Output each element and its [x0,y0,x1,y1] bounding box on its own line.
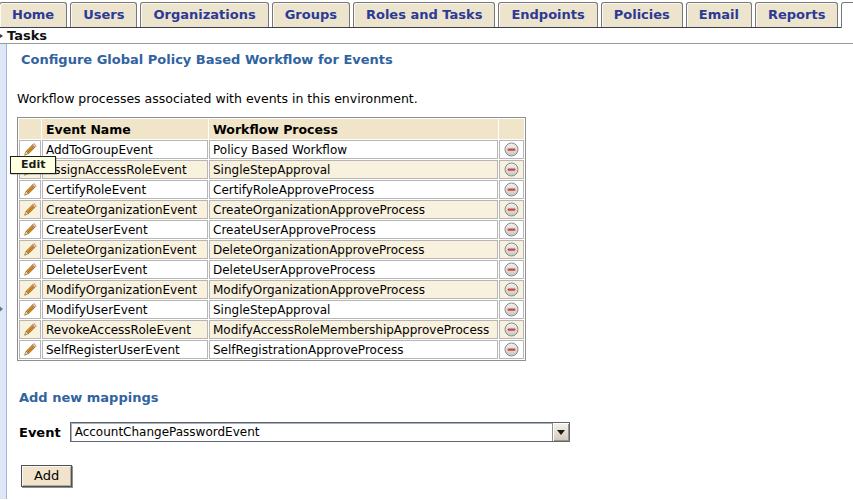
remove-cell [499,220,524,239]
table-row: SelfRegisterUserEventSelfRegistrationApp… [19,340,524,359]
event-name-cell: ModifyOrganizationEvent [42,280,208,299]
remove-cell [499,180,524,199]
remove-minus-icon[interactable] [504,282,519,297]
event-workflow-table: Event Name Workflow Process AddToGroupEv… [17,117,526,361]
remove-minus-icon[interactable] [504,182,519,197]
edit-pencil-icon[interactable] [23,182,38,197]
event-name-cell: AddToGroupEvent [42,140,208,159]
edit-cell [19,180,41,199]
tab-home[interactable]: Home [0,2,67,27]
table-row: ModifyUserEventSingleStepApproval [19,300,524,319]
workflow-process-cell: DeleteOrganizationApproveProcess [209,240,498,259]
breadcrumb: Tasks [0,28,853,44]
remove-minus-icon[interactable] [504,342,519,357]
edit-cell [19,200,41,219]
edit-pencil-icon[interactable] [23,302,38,317]
content-frame: Configure Global Policy Based Workflow f… [0,44,853,499]
workflow-process-cell: CreateOrganizationApproveProcess [209,200,498,219]
tab-bar: HomeUsersOrganizationsGroupsRoles and Ta… [0,0,853,28]
remove-minus-icon[interactable] [504,142,519,157]
workflow-process-cell: ModifyAccessRoleMembershipApproveProcess [209,320,498,339]
edit-cell [19,320,41,339]
tab-email[interactable]: Email [686,2,752,27]
remove-minus-icon[interactable] [504,322,519,337]
table-row: DeleteOrganizationEventDeleteOrganizatio… [19,240,524,259]
page-description: Workflow processes associated with event… [17,91,853,106]
remove-cell [499,140,524,159]
remove-cell [499,200,524,219]
event-select-label: Event [19,425,61,440]
event-name-cell: ModifyUserEvent [42,300,208,319]
remove-minus-icon[interactable] [504,202,519,217]
workflow-process-cell: SingleStepApproval [209,300,498,319]
event-select[interactable]: AccountChangePasswordEvent [70,422,570,442]
event-name-cell: SelfRegisterUserEvent [42,340,208,359]
edit-pencil-icon[interactable] [23,342,38,357]
event-select-value: AccountChangePasswordEvent [71,425,552,439]
edit-cell [19,280,41,299]
workflow-process-cell: SelfRegistrationApproveProcess [209,340,498,359]
event-name-cell: CreateOrganizationEvent [42,200,208,219]
table-row: RevokeAccessRoleEventModifyAccessRoleMem… [19,320,524,339]
event-select-row: Event AccountChangePasswordEvent [19,422,853,442]
sidebar-collapse-rail[interactable] [0,44,7,499]
event-name-cell: CertifyRoleEvent [42,180,208,199]
add-mappings-title: Add new mappings [19,390,853,405]
table-row: DeleteUserEventDeleteUserApproveProcess [19,260,524,279]
event-name-column-header: Event Name [42,119,208,139]
table-row: CreateOrganizationEventCreateOrganizatio… [19,200,524,219]
table-row: CertifyRoleEventCertifyRoleApproveProces… [19,180,524,199]
table-row: AddToGroupEventPolicy Based Workflow [19,140,524,159]
remove-minus-icon[interactable] [504,262,519,277]
rail-expand-arrow-icon[interactable] [0,304,3,314]
workflow-process-column-header: Workflow Process [209,119,498,139]
event-name-cell: DeleteOrganizationEvent [42,240,208,259]
tab-bar-tabs: HomeUsersOrganizationsGroupsRoles and Ta… [0,2,853,27]
page-title: Configure Global Policy Based Workflow f… [21,52,853,67]
edit-pencil-icon[interactable] [23,322,38,337]
tab-policies[interactable]: Policies [601,2,683,27]
remove-cell [499,300,524,319]
remove-minus-icon[interactable] [504,302,519,317]
tab-roles-and-tasks[interactable]: Roles and Tasks [353,2,495,27]
edit-pencil-icon[interactable] [23,142,38,157]
tasks-arrow-icon [0,32,3,40]
workflow-process-cell: CreateUserApproveProcess [209,220,498,239]
edit-cell [19,340,41,359]
edit-pencil-icon[interactable] [23,202,38,217]
event-name-cell: RevokeAccessRoleEvent [42,320,208,339]
workflow-process-cell: Policy Based Workflow [209,140,498,159]
remove-cell [499,240,524,259]
tab-system[interactable]: System [841,2,853,28]
edit-pencil-icon[interactable] [23,262,38,277]
breadcrumb-label: Tasks [7,28,47,43]
table-row: ModifyOrganizationEventModifyOrganizatio… [19,280,524,299]
chevron-down-icon [557,430,565,435]
tab-endpoints[interactable]: Endpoints [498,2,597,27]
edit-cell [19,300,41,319]
remove-cell [499,320,524,339]
remove-cell [499,280,524,299]
edit-cell [19,220,41,239]
event-name-cell: DeleteUserEvent [42,260,208,279]
tab-users[interactable]: Users [70,2,137,27]
tab-reports[interactable]: Reports [755,2,838,27]
remove-cell [499,160,524,179]
edit-pencil-icon[interactable] [23,282,38,297]
remove-column-header [499,119,524,139]
table-row: AssignAccessRoleEventSingleStepApproval [19,160,524,179]
add-button[interactable]: Add [21,465,72,487]
workflow-process-cell: CertifyRoleApproveProcess [209,180,498,199]
edit-pencil-icon[interactable] [23,222,38,237]
remove-minus-icon[interactable] [504,162,519,177]
edit-pencil-icon[interactable] [23,242,38,257]
table-row: CreateUserEventCreateUserApproveProcess [19,220,524,239]
remove-minus-icon[interactable] [504,242,519,257]
event-table-body: AddToGroupEventPolicy Based WorkflowAssi… [19,140,524,359]
tab-groups[interactable]: Groups [272,2,350,27]
tab-organizations[interactable]: Organizations [140,2,268,27]
select-dropdown-arrow[interactable] [552,423,569,441]
remove-minus-icon[interactable] [504,222,519,237]
workflow-process-cell: ModifyOrganizationApproveProcess [209,280,498,299]
workflow-process-cell: DeleteUserApproveProcess [209,260,498,279]
